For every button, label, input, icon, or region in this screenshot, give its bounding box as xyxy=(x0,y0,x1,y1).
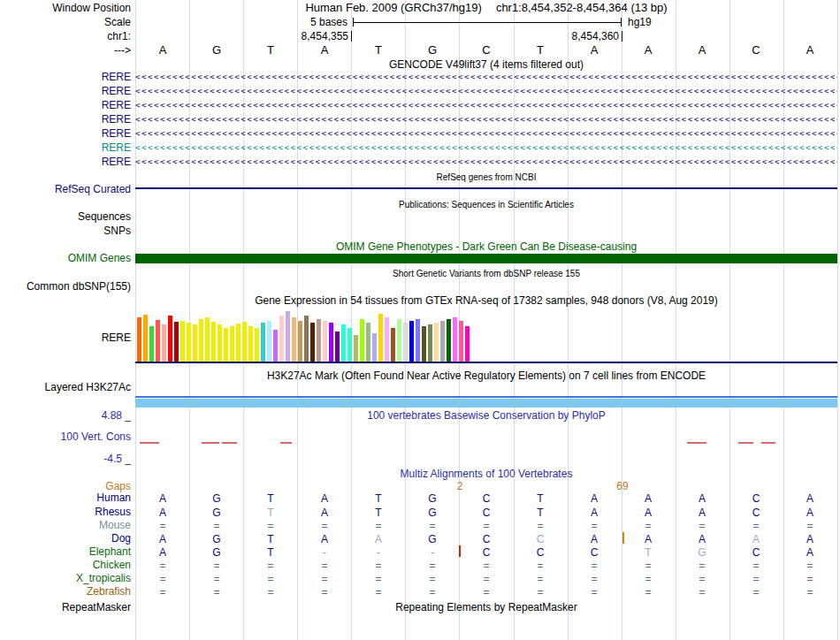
gtex-bar[interactable] xyxy=(149,326,154,362)
gtex-bar[interactable] xyxy=(397,319,401,362)
gene-label-rere-5[interactable]: RERE xyxy=(0,128,131,140)
gtex-bar[interactable] xyxy=(156,320,160,362)
gtex-bar[interactable] xyxy=(193,324,197,362)
gtex-bar[interactable] xyxy=(372,333,377,362)
gtex-bar[interactable] xyxy=(440,321,445,362)
refseq-curated-label[interactable]: RefSeq Curated xyxy=(0,184,131,195)
gtex-bar[interactable] xyxy=(335,331,340,362)
refseq-gene-line[interactable] xyxy=(135,187,837,189)
gene-line-rere-5[interactable]: <<<<<<<<<<<<<<<<<<<<<<<<<<<<<<<<<<<<<<<<… xyxy=(135,128,837,140)
h3k27ac-track-title[interactable]: H3K27Ac Mark (Often Found Near Active Re… xyxy=(135,370,837,382)
gene-line-rere-1[interactable]: <<<<<<<<<<<<<<<<<<<<<<<<<<<<<<<<<<<<<<<<… xyxy=(135,72,837,83)
gtex-bar[interactable] xyxy=(453,317,457,362)
gtex-bar[interactable] xyxy=(224,328,228,362)
gtex-bar[interactable] xyxy=(267,321,271,362)
gtex-bar[interactable] xyxy=(279,316,284,362)
gene-label-rere-2[interactable]: RERE xyxy=(0,86,131,97)
gtex-bar[interactable] xyxy=(286,311,290,362)
gtex-bar[interactable] xyxy=(273,330,278,362)
omim-genes-label[interactable]: OMIM Genes xyxy=(0,253,131,264)
gtex-bar[interactable] xyxy=(205,317,210,362)
gtex-bar[interactable] xyxy=(360,319,364,362)
gtex-bar[interactable] xyxy=(168,316,172,362)
gtex-bar[interactable] xyxy=(137,317,141,362)
gtex-bar[interactable] xyxy=(403,323,408,362)
gene-label-rere-4[interactable]: RERE xyxy=(0,114,131,126)
gtex-bar[interactable] xyxy=(143,315,148,362)
gtex-bar[interactable] xyxy=(199,319,203,362)
gene-label-rere-6[interactable]: RERE xyxy=(0,142,131,154)
gtex-bar[interactable] xyxy=(261,323,265,362)
gtex-track-title[interactable]: Gene Expression in 54 tissues from GTEx … xyxy=(135,295,837,307)
gtex-bar[interactable] xyxy=(298,321,302,362)
gene-label-rere-1[interactable]: RERE xyxy=(0,72,131,83)
gtex-bar[interactable] xyxy=(428,324,432,362)
gtex-bar[interactable] xyxy=(292,317,296,362)
gtex-bar[interactable] xyxy=(422,326,426,362)
align-base: A xyxy=(321,492,328,505)
gencode-track-title[interactable]: GENCODE V49lift37 (4 items filtered out) xyxy=(135,59,837,71)
gene-line-rere-6[interactable]: <<<<<<<<<<<<<<<<<<<<<<<<<<<<<<<<<<<<<<<<… xyxy=(135,142,837,154)
gtex-bar[interactable] xyxy=(255,328,259,362)
gtex-bar[interactable] xyxy=(187,323,191,362)
gtex-bar[interactable] xyxy=(385,317,389,362)
gtex-bar[interactable] xyxy=(329,323,333,362)
gtex-bar[interactable] xyxy=(218,324,222,362)
gtex-bar[interactable] xyxy=(434,323,439,362)
dbsnp-common-label[interactable]: Common dbSNP(155) xyxy=(0,281,131,293)
publications-sequences-label[interactable]: Sequences xyxy=(0,211,131,223)
phylop-track-label[interactable]: 100 Vert. Cons xyxy=(0,431,131,443)
gtex-bar[interactable] xyxy=(416,319,420,362)
publications-track-title[interactable]: Publications: Sequences in Scientific Ar… xyxy=(135,200,837,210)
gene-line-rere-3[interactable]: <<<<<<<<<<<<<<<<<<<<<<<<<<<<<<<<<<<<<<<<… xyxy=(135,100,837,111)
gtex-bar[interactable] xyxy=(162,324,166,362)
gtex-bar[interactable] xyxy=(174,322,179,362)
gtex-bar[interactable] xyxy=(242,322,247,362)
gtex-bar[interactable] xyxy=(465,326,470,362)
align-base: G xyxy=(212,492,220,505)
gtex-bar[interactable] xyxy=(180,321,185,362)
gene-line-rere-7[interactable]: <<<<<<<<<<<<<<<<<<<<<<<<<<<<<<<<<<<<<<<<… xyxy=(135,156,837,168)
h3k27ac-signal-line[interactable] xyxy=(135,396,837,398)
align-base: = xyxy=(159,573,165,585)
gtex-bars[interactable] xyxy=(135,310,837,362)
repeatmasker-track-title[interactable]: Repeating Elements by RepeatMasker xyxy=(135,602,837,613)
gene-label-rere-3[interactable]: RERE xyxy=(0,100,131,111)
gtex-bar[interactable] xyxy=(304,316,309,362)
gene-label-rere-7[interactable]: RERE xyxy=(0,156,131,168)
align-base: = xyxy=(213,586,219,598)
gene-line-rere-2[interactable]: <<<<<<<<<<<<<<<<<<<<<<<<<<<<<<<<<<<<<<<<… xyxy=(135,86,837,97)
gtex-bar[interactable] xyxy=(230,326,234,362)
omim-track-title[interactable]: OMIM Gene Phenotypes - Dark Green Can Be… xyxy=(135,241,837,253)
gtex-bar[interactable] xyxy=(354,335,358,362)
phylop-negative-dash xyxy=(202,442,219,444)
h3k27ac-label[interactable]: Layered H3K27Ac xyxy=(0,382,131,393)
gtex-bar[interactable] xyxy=(347,328,352,362)
dbsnp-track-title[interactable]: Short Genetic Variants from dbSNP releas… xyxy=(135,269,837,278)
gtex-bar[interactable] xyxy=(391,328,395,362)
repeatmasker-label[interactable]: RepeatMasker xyxy=(0,602,131,613)
gtex-bar[interactable] xyxy=(236,324,241,362)
align-base: = xyxy=(591,573,597,585)
h3k27ac-signal-band[interactable] xyxy=(135,399,837,408)
refseq-track-title[interactable]: RefSeq genes from NCBI xyxy=(135,172,837,182)
align-base: = xyxy=(429,573,435,585)
gtex-bar[interactable] xyxy=(366,323,370,362)
phylop-track-title[interactable]: 100 vertebrates Basewise Conservation by… xyxy=(135,410,837,422)
gtex-bar[interactable] xyxy=(211,322,216,362)
gtex-bar[interactable] xyxy=(317,319,321,362)
gtex-bar[interactable] xyxy=(341,324,346,362)
gtex-bar[interactable] xyxy=(310,323,315,362)
gtex-bar[interactable] xyxy=(323,321,327,362)
publications-snps-label[interactable]: SNPs xyxy=(0,225,131,237)
gtex-bar[interactable] xyxy=(447,319,451,362)
omim-gene-bar[interactable] xyxy=(135,254,837,263)
gene-line-rere-4[interactable]: <<<<<<<<<<<<<<<<<<<<<<<<<<<<<<<<<<<<<<<<… xyxy=(135,114,837,126)
multiz-track-title[interactable]: Multiz Alignments of 100 Vertebrates xyxy=(135,469,837,480)
align-base: A xyxy=(645,507,652,519)
gtex-bar[interactable] xyxy=(459,321,463,362)
gtex-bar[interactable] xyxy=(409,321,414,362)
gtex-gene-label[interactable]: RERE xyxy=(0,332,131,344)
gtex-bar[interactable] xyxy=(248,326,253,362)
gtex-bar[interactable] xyxy=(378,314,383,362)
